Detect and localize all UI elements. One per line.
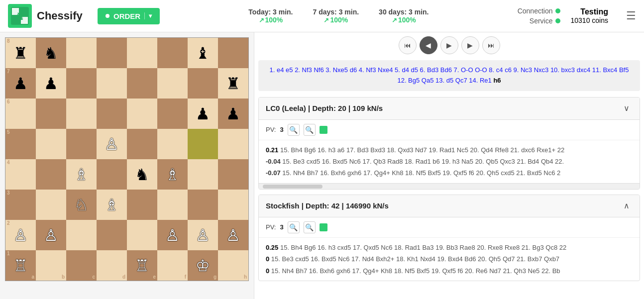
board-square-c7[interactable] — [66, 68, 97, 99]
line-text-2-3: 15. Nh4 Bh7 16. Bxh6 gxh6 17. Qg4+ Kh8 1… — [271, 267, 560, 275]
board-square-h1[interactable]: h — [218, 250, 248, 281]
engine-sf-line-1: 0.25 15. Bh4 Bg6 16. h3 cxd5 17. Qxd5 Nc… — [266, 242, 633, 253]
board-square-f4[interactable]: ♗ — [157, 159, 188, 190]
board-square-f8[interactable] — [157, 38, 188, 68]
header: ♞ Chessify ORDER ▾ Today: 3 min. 100% 7 … — [0, 0, 644, 32]
board-square-d4[interactable] — [97, 159, 127, 190]
board-square-e3[interactable] — [127, 190, 157, 220]
board-square-d5[interactable]: ♙ — [97, 129, 127, 159]
zoom-in-btn-1[interactable]: 🔍 — [288, 124, 300, 136]
board-square-f3[interactable] — [157, 190, 188, 220]
board-square-c1[interactable]: c — [66, 250, 97, 281]
piece-b2: ♙ — [44, 227, 58, 243]
board-square-b4[interactable] — [36, 159, 66, 190]
stat-30days: 30 days: 3 min. 100% — [379, 8, 429, 24]
board-square-f5[interactable] — [157, 129, 188, 159]
piece-b7: ♟ — [44, 76, 58, 92]
board-square-a5[interactable]: 5 — [5, 129, 36, 159]
chess-board: 8♜♞♝7♟♟♜6♟♟5♙4♗♞♗3♘♗2♙♙♙♙♙1a♖bcde♖fg♔h — [5, 37, 249, 281]
board-square-g5[interactable] — [188, 129, 218, 159]
board-square-g2[interactable]: ♙ — [188, 220, 218, 250]
color-box-1 — [320, 126, 327, 134]
board-square-a3[interactable]: 3 — [5, 190, 36, 220]
board-square-h6[interactable]: ♟ — [218, 99, 248, 129]
board-square-c4[interactable]: ♗ — [66, 159, 97, 190]
board-square-d7[interactable] — [97, 68, 127, 99]
line-text-1-2: 15. Be3 cxd5 16. Bxd5 Nc6 17. Qb3 Rad8 1… — [282, 158, 564, 165]
piece-h2: ♙ — [226, 227, 240, 243]
board-square-h3[interactable] — [218, 190, 248, 220]
board-square-e2[interactable] — [127, 220, 157, 250]
board-square-e7[interactable] — [127, 68, 157, 99]
board-square-g4[interactable] — [188, 159, 218, 190]
hamburger-menu-icon[interactable]: ☰ — [626, 9, 636, 22]
board-square-a6[interactable]: 6 — [5, 99, 36, 129]
board-square-d8[interactable] — [97, 38, 127, 68]
piece-g6: ♟ — [196, 106, 210, 122]
board-square-f6[interactable] — [157, 99, 188, 129]
board-square-e1[interactable]: e♖ — [127, 250, 157, 281]
board-square-c3[interactable]: ♘ — [66, 190, 97, 220]
lc0-scrollbar[interactable] — [259, 183, 640, 189]
board-square-a7[interactable]: 7♟ — [5, 68, 36, 99]
board-square-b5[interactable] — [36, 129, 66, 159]
score-1-2: -0.04 — [266, 158, 281, 165]
score-2-2: 0 — [266, 255, 269, 263]
logo-area: ♞ Chessify — [8, 4, 88, 28]
board-square-h5[interactable] — [218, 129, 248, 159]
board-square-c5[interactable] — [66, 129, 97, 159]
board-square-c2[interactable] — [66, 220, 97, 250]
engine-lc0-line-3: -0.07 15. Nh4 Bh7 16. Bxh6 gxh6 17. Qg4+… — [266, 167, 633, 179]
board-square-d1[interactable]: d — [97, 250, 127, 281]
board-square-f2[interactable]: ♙ — [157, 220, 188, 250]
board-square-h4[interactable] — [218, 159, 248, 190]
analysis-panel[interactable]: ⏮ ◀ ▶ ▶ ⏭ 1. e4 e5 2. Nf3 Nf6 3. Nxe5 d6… — [254, 32, 644, 299]
board-square-b1[interactable]: b — [36, 250, 66, 281]
board-square-g6[interactable]: ♟ — [188, 99, 218, 129]
nav-next-btn[interactable]: ▶ — [440, 36, 458, 54]
board-square-a2[interactable]: 2♙ — [5, 220, 36, 250]
board-square-b3[interactable] — [36, 190, 66, 220]
board-square-h8[interactable] — [218, 38, 248, 68]
board-square-h2[interactable]: ♙ — [218, 220, 248, 250]
board-square-g1[interactable]: g♔ — [188, 250, 218, 281]
board-square-d2[interactable] — [97, 220, 127, 250]
board-square-c6[interactable] — [66, 99, 97, 129]
board-square-e4[interactable]: ♞ — [127, 159, 157, 190]
nav-first-btn[interactable]: ⏮ — [399, 36, 417, 54]
zoom-in-btn-2[interactable]: 🔍 — [288, 221, 300, 233]
board-square-g8[interactable]: ♝ — [188, 38, 218, 68]
nav-next2-btn[interactable]: ▶ — [461, 36, 479, 54]
zoom-out-btn-1[interactable]: 🔍 — [304, 124, 316, 136]
piece-b8: ♞ — [44, 45, 58, 61]
order-button[interactable]: ORDER ▾ — [98, 8, 160, 24]
board-square-a8[interactable]: 8♜ — [5, 38, 36, 68]
board-square-b2[interactable]: ♙ — [36, 220, 66, 250]
board-square-e6[interactable] — [127, 99, 157, 129]
board-square-e5[interactable] — [127, 129, 157, 159]
zoom-out-btn-2[interactable]: 🔍 — [304, 221, 316, 233]
board-square-g7[interactable] — [188, 68, 218, 99]
board-square-b7[interactable]: ♟ — [36, 68, 66, 99]
score-1-1: 0.21 — [266, 146, 278, 154]
board-square-f1[interactable]: f — [157, 250, 188, 281]
board-square-h7[interactable]: ♜ — [218, 68, 248, 99]
board-square-d3[interactable]: ♗ — [97, 190, 127, 220]
board-square-e8[interactable] — [127, 38, 157, 68]
board-square-a4[interactable]: 4 — [5, 159, 36, 190]
piece-a7: ♟ — [13, 76, 28, 92]
engine-sf-collapse-btn[interactable]: ∧ — [621, 200, 633, 212]
order-dropdown-arrow[interactable]: ▾ — [144, 12, 152, 19]
board-square-b6[interactable] — [36, 99, 66, 129]
board-square-b8[interactable]: ♞ — [36, 38, 66, 68]
nav-prev-btn[interactable]: ◀ — [420, 36, 437, 54]
board-square-d6[interactable] — [97, 99, 127, 129]
nav-last-btn[interactable]: ⏭ — [482, 36, 500, 54]
engine-lc0-collapse-btn[interactable]: ∨ — [621, 102, 633, 114]
engine-lc0-title: LC0 (Leela) | Depth: 20 | 109 kN/s — [266, 104, 383, 112]
board-square-f7[interactable] — [157, 68, 188, 99]
stat-7days: 7 days: 3 min. 100% — [313, 8, 359, 24]
board-square-a1[interactable]: 1a♖ — [5, 250, 36, 281]
board-square-g3[interactable] — [188, 190, 218, 220]
board-square-c8[interactable] — [66, 38, 97, 68]
